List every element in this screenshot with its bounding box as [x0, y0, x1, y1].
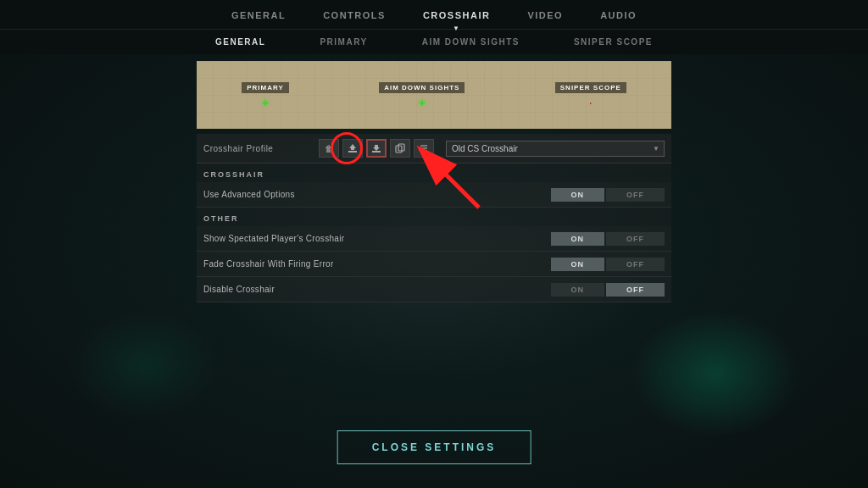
crosshair-sniper: ·	[589, 97, 593, 108]
preview-sniper: SNIPER SCOPE ·	[555, 82, 626, 108]
content-area: Crosshair Profile 🗑	[197, 134, 671, 302]
profile-select-wrapper: Old CS Crosshair Default Custom 1 Custom…	[446, 140, 665, 157]
disable-crosshair-label: Disable Crosshair	[203, 285, 551, 294]
profile-label: Crosshair Profile	[203, 144, 314, 153]
crosshair-primary: +	[262, 97, 269, 108]
crosshair-ads: +	[419, 97, 426, 108]
delete-profile-button[interactable]: 🗑	[319, 139, 339, 158]
svg-rect-0	[348, 151, 357, 152]
preview-ads: AIM DOWN SIGHTS +	[379, 82, 465, 108]
fade-crosshair-toggle: On Off	[551, 258, 665, 271]
preview-primary: PRIMARY +	[242, 82, 289, 108]
setting-show-spectated: Show Spectated Player's Crosshair On Off	[197, 226, 671, 252]
settings-container: GENERAL CONTROLS CROSSHAIR VIDEO AUDIO G…	[0, 0, 868, 488]
tab-crosshair[interactable]: CROSSHAIR	[421, 7, 492, 24]
profile-row: Crosshair Profile 🗑	[197, 134, 671, 164]
tab-video[interactable]: VIDEO	[526, 7, 565, 24]
profile-select[interactable]: Old CS Crosshair Default Custom 1 Custom…	[446, 141, 665, 157]
show-spectated-off[interactable]: Off	[606, 232, 665, 246]
section-crosshair-header: CROSSHAIR	[197, 164, 671, 182]
use-advanced-options-label: Use Advanced Options	[203, 190, 551, 199]
subtab-sniper-scope[interactable]: SNIPER SCOPE	[572, 35, 654, 49]
upload-profile-button[interactable]	[342, 139, 363, 158]
list-profiles-button[interactable]	[414, 139, 434, 158]
svg-marker-1	[349, 144, 356, 150]
show-spectated-label: Show Spectated Player's Crosshair	[203, 234, 551, 243]
preview-primary-label: PRIMARY	[242, 82, 289, 93]
setting-use-advanced-options: Use Advanced Options On Off	[197, 182, 671, 208]
setting-disable-crosshair: Disable Crosshair On Off	[197, 277, 671, 302]
subtab-aim-down-sights[interactable]: AIM DOWN SIGHTS	[420, 35, 521, 49]
fade-crosshair-label: Fade Crosshair With Firing Error	[203, 259, 551, 269]
use-advanced-options-toggle: On Off	[551, 188, 665, 202]
disable-crosshair-toggle: On Off	[551, 283, 665, 297]
use-advanced-options-off[interactable]: Off	[606, 188, 665, 202]
sub-tabs: GENERAL PRIMARY AIM DOWN SIGHTS SNIPER S…	[0, 29, 868, 54]
copy-profile-button[interactable]	[390, 139, 410, 158]
preview-ads-label: AIM DOWN SIGHTS	[379, 82, 465, 93]
profile-select-area: Old CS Crosshair Default Custom 1 Custom…	[446, 140, 665, 157]
svg-rect-2	[372, 151, 381, 152]
preview-sniper-label: SNIPER SCOPE	[555, 82, 626, 93]
fade-crosshair-on[interactable]: On	[551, 258, 605, 271]
subtab-general[interactable]: GENERAL	[214, 35, 267, 49]
svg-marker-3	[373, 145, 380, 151]
main-tabs: GENERAL CONTROLS CROSSHAIR VIDEO AUDIO	[230, 7, 638, 24]
use-advanced-options-on[interactable]: On	[551, 188, 605, 202]
setting-fade-crosshair: Fade Crosshair With Firing Error On Off	[197, 252, 671, 277]
close-settings-button[interactable]: CLOSE SETTINGS	[337, 430, 531, 464]
tab-general[interactable]: GENERAL	[230, 7, 287, 24]
profile-icons: 🗑	[319, 139, 434, 158]
show-spectated-on[interactable]: On	[551, 232, 605, 246]
crosshair-preview: PRIMARY + AIM DOWN SIGHTS + SNIPER SCOPE…	[197, 61, 671, 129]
disable-crosshair-on[interactable]: On	[551, 283, 605, 297]
show-spectated-toggle: On Off	[551, 232, 665, 246]
tab-audio[interactable]: AUDIO	[598, 7, 638, 24]
download-profile-button[interactable]	[366, 139, 387, 158]
disable-crosshair-off[interactable]: Off	[606, 283, 665, 297]
section-other-header: OTHER	[197, 208, 671, 226]
top-nav: GENERAL CONTROLS CROSSHAIR VIDEO AUDIO G…	[0, 0, 868, 54]
subtab-primary[interactable]: PRIMARY	[318, 35, 369, 49]
fade-crosshair-off[interactable]: Off	[606, 258, 665, 271]
tab-controls[interactable]: CONTROLS	[321, 7, 387, 24]
